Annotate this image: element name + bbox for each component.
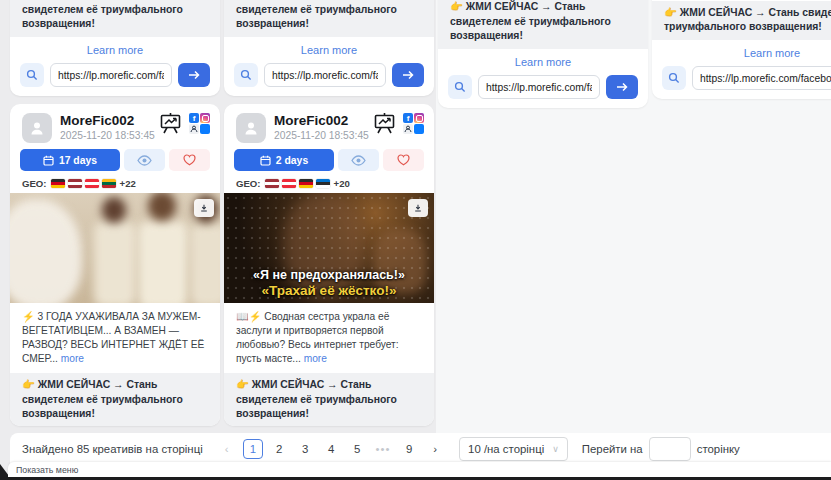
card-actions: 17 days xyxy=(10,146,220,173)
page-button-5[interactable]: 5 xyxy=(347,439,367,459)
geo-label: GEO: xyxy=(22,178,47,189)
messenger-icon xyxy=(200,124,210,134)
decorative-shape xyxy=(138,221,188,303)
platforms-icons: f xyxy=(189,113,210,134)
search-icon[interactable] xyxy=(20,63,44,87)
landing-url-input[interactable] xyxy=(264,63,386,87)
open-url-button[interactable] xyxy=(392,63,424,87)
geo-row: GEO: +20 xyxy=(224,173,434,193)
goto-suffix: сторінку xyxy=(697,443,740,455)
creative-card-partial-4: ИНТЕРНЕТ ЖДЁТ ЕЁ СМЕР... more 👉 ЖМИ СЕЙЧ… xyxy=(652,0,831,99)
ads-grid-page: ИНТЕРНЕТ ЖДЁТ ЕЁ СМЕР... more 👉 ЖМИ СЕЙЧ… xyxy=(0,0,831,480)
open-url-button[interactable] xyxy=(178,63,210,87)
creative-card-1: MoreFic002 2025-11-20 18:53:45 f 17 days… xyxy=(10,104,220,426)
creative-image[interactable]: «Я не предохранялась!» «Трахай её жёстко… xyxy=(224,193,434,303)
creative-card-partial-3: ИНТЕРНЕТ ЖДЁТ ЕЁ СМЕР... more 👉 ЖМИ СЕЙЧ… xyxy=(438,0,648,108)
creative-card-partial-1: ИНТЕРНЕТ ЖДЁТ ЕЁ СМЕР... more 👉 ЖМИ СЕЙЧ… xyxy=(10,0,220,96)
download-image-button[interactable] xyxy=(408,199,428,217)
days-active-button[interactable]: 17 days xyxy=(20,149,120,171)
flag-at-icon xyxy=(282,179,296,188)
cta-box: 👉 ЖМИ СЕЙЧАС → Стань свидетелем её триум… xyxy=(438,0,648,49)
pages-ellipsis[interactable]: ••• xyxy=(373,439,393,459)
creative-card-2: MoreFic002 2025-11-20 18:53:45 f 2 days … xyxy=(224,104,434,426)
more-link[interactable]: more xyxy=(304,353,327,364)
next-page-button[interactable]: › xyxy=(425,439,445,459)
page-button-9[interactable]: 9 xyxy=(399,439,419,459)
flag-lv-icon xyxy=(265,179,279,188)
audience-network-icon xyxy=(189,124,199,134)
instagram-icon xyxy=(200,113,210,123)
views-button[interactable] xyxy=(338,149,379,171)
facebook-icon: f xyxy=(403,113,413,123)
cta-box: 👉 ЖМИ СЕЙЧАС → Стань свидетелем её триум… xyxy=(10,0,220,37)
image-caption: «Я не предохранялась!» «Трахай её жёстко… xyxy=(224,268,434,298)
open-url-button[interactable] xyxy=(606,75,638,99)
download-image-button[interactable] xyxy=(194,199,214,217)
favorite-button[interactable] xyxy=(383,149,424,171)
landing-url-input[interactable] xyxy=(50,63,172,87)
learn-more-link[interactable]: Learn more xyxy=(438,56,648,68)
url-row xyxy=(10,63,220,87)
page-button-2[interactable]: 2 xyxy=(269,439,289,459)
geo-row: GEO: +22 xyxy=(10,173,220,193)
page-button-4[interactable]: 4 xyxy=(321,439,341,459)
decorative-shape xyxy=(94,221,136,303)
search-icon[interactable] xyxy=(662,66,686,90)
decorative-shape xyxy=(102,197,126,223)
goto-label: Перейти на xyxy=(582,443,643,455)
cta-box: 👉 ЖМИ СЕЙЧАС → Стань свидетелем её триум… xyxy=(10,373,220,426)
page-button-3[interactable]: 3 xyxy=(295,439,315,459)
prev-page-button[interactable]: ‹ xyxy=(217,439,237,459)
platforms-icons: f xyxy=(403,113,424,134)
board-chart-icon xyxy=(373,113,396,135)
card-actions: 2 days xyxy=(224,146,434,173)
learn-more-link[interactable]: Learn more xyxy=(652,47,831,59)
page-size-select[interactable]: 10 /на сторінці ∨ xyxy=(459,437,568,461)
views-button[interactable] xyxy=(124,149,165,171)
chevron-down-icon: ∨ xyxy=(552,444,559,454)
audience-network-icon xyxy=(403,124,413,134)
results-count: Знайдено 85 креативів на сторінці xyxy=(22,443,203,455)
creative-card-partial-2: ИНТЕРНЕТ ЖДЁТ ЕЁ СМЕР... more 👉 ЖМИ СЕЙЧ… xyxy=(224,0,434,96)
show-menu-bar[interactable]: Показать меню xyxy=(8,462,831,477)
pagination-bar: Знайдено 85 креативів на сторінці ‹ 1 2 … xyxy=(10,433,831,464)
geo-label: GEO: xyxy=(236,178,261,189)
search-icon[interactable] xyxy=(234,63,258,87)
board-chart-icon xyxy=(159,113,182,135)
days-active-button[interactable]: 2 days xyxy=(234,149,334,171)
flag-ee-icon xyxy=(316,179,330,188)
url-row xyxy=(438,75,648,99)
decorative-shape xyxy=(190,223,220,303)
favorite-button[interactable] xyxy=(169,149,210,171)
creative-image[interactable] xyxy=(10,193,220,303)
creative-date: 2025-11-20 18:53:45 xyxy=(274,130,373,141)
page-name: MoreFic002 xyxy=(274,113,373,128)
card-header: MoreFic002 2025-11-20 18:53:45 f xyxy=(224,104,434,146)
decorative-shape xyxy=(148,193,176,221)
flag-lv-icon xyxy=(68,179,82,188)
more-link[interactable]: more xyxy=(61,353,84,364)
messenger-icon xyxy=(414,124,424,134)
learn-more-link[interactable]: Learn more xyxy=(224,44,434,56)
landing-url-input[interactable] xyxy=(478,75,600,99)
page-name: MoreFic002 xyxy=(60,113,159,128)
flag-at-icon xyxy=(85,179,99,188)
search-icon[interactable] xyxy=(448,75,472,99)
ad-text: ⚡ 3 ГОДА УХАЖИВАЛА ЗА МУЖЕМ-ВЕГЕТАТИВЦЕМ… xyxy=(10,303,220,372)
show-menu-label: Показать меню xyxy=(16,465,78,475)
geo-flags xyxy=(265,179,330,188)
avatar xyxy=(236,113,266,143)
flag-lt-icon xyxy=(102,179,116,188)
geo-flags xyxy=(51,179,116,188)
goto-page-input[interactable] xyxy=(649,437,691,461)
cta-box: 👉 ЖМИ СЕЙЧАС → Стань свидетелем её триум… xyxy=(652,1,831,40)
decorative-shape xyxy=(10,199,82,303)
url-row xyxy=(652,66,831,90)
creative-date: 2025-11-20 18:53:45 xyxy=(60,130,159,141)
landing-url-input[interactable] xyxy=(692,66,831,90)
page-button-1[interactable]: 1 xyxy=(243,439,263,459)
learn-more-link[interactable]: Learn more xyxy=(10,44,220,56)
url-row xyxy=(224,63,434,87)
instagram-icon xyxy=(414,113,424,123)
flag-de-icon xyxy=(51,179,65,188)
